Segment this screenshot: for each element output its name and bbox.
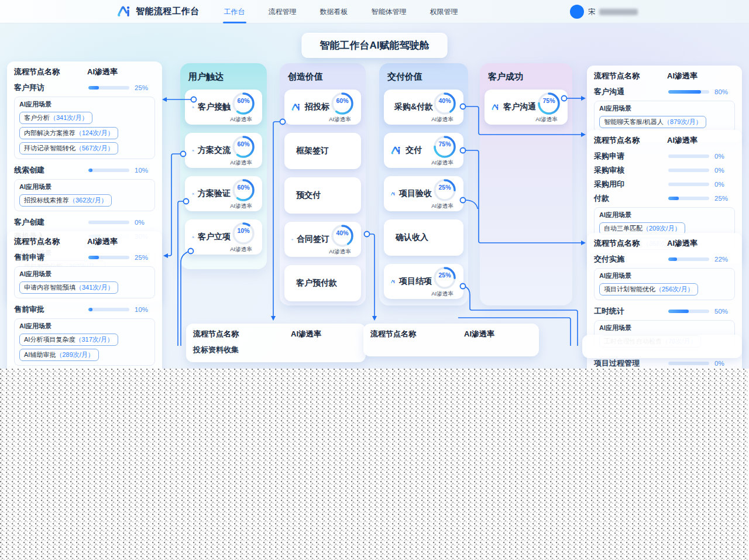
flow-node-card[interactable]: 客户接触60%AI渗透率 xyxy=(185,90,262,125)
penetration-percent: 50% xyxy=(714,308,735,315)
flow-node-card[interactable]: 确认收入 xyxy=(384,219,463,256)
penetration-bar-fill xyxy=(88,86,99,90)
top-nav: 智能流程工作台 工作台流程管理数据看板智能体管理权限管理 宋 xyxy=(0,0,749,23)
nav-item-2[interactable]: 流程管理 xyxy=(260,0,305,23)
ai-logo-icon xyxy=(192,232,194,243)
panel-header-row: 流程节点名称AI渗透率 xyxy=(594,135,735,146)
process-node-row: 采购审核0% xyxy=(594,164,735,177)
penetration-percent: 0% xyxy=(714,181,735,188)
ai-scene-chip-count: （289次/月） xyxy=(56,351,94,358)
flow-node-title: 方案交流 xyxy=(198,145,231,156)
flow-node-card[interactable]: 框架签订 xyxy=(284,133,361,169)
ai-penetration-ring: 60%AI渗透率 xyxy=(231,135,256,166)
ai-scene-label: AI应用场景 xyxy=(19,183,150,191)
penetration-percent: 25% xyxy=(714,195,735,202)
ai-scene-chip-label: 拜访记录智能转化 xyxy=(24,145,75,152)
panel-header-node-name: 流程节点名称 xyxy=(14,67,87,77)
penetration-bar xyxy=(668,183,709,186)
penetration-percent: 10% xyxy=(135,306,155,313)
process-node-row: 售前申请25% xyxy=(14,251,155,264)
flow-column-3: 交付价值采购&付款40%AI渗透率交付75%AI渗透率项目验收25%AI渗透率确… xyxy=(379,63,468,305)
flow-column-title: 客户成功 xyxy=(488,71,569,83)
flow-node-card[interactable]: 项目验收25%AI渗透率 xyxy=(384,176,463,211)
ai-scene-chip-count: （879次/月） xyxy=(664,118,702,125)
flow-node-card[interactable]: 交付75%AI渗透率 xyxy=(384,133,463,168)
panel-header-row: 流程节点名称AI渗透率 xyxy=(14,67,155,77)
penetration-bar xyxy=(88,86,129,90)
flow-node-left: 客户接触 xyxy=(192,102,231,113)
process-node-row: 投标资料收集 xyxy=(193,343,359,356)
penetration-percent: 0% xyxy=(135,219,155,226)
flow-column-4: 客户成功客户沟通75%AI渗透率 xyxy=(480,63,572,305)
panel-header-node-name: 流程节点名称 xyxy=(594,135,667,146)
flow-column-1: 用户触达客户接触60%AI渗透率方案交流60%AI渗透率方案验证60%AI渗透率… xyxy=(180,63,267,269)
ring-percent-value: 60% xyxy=(231,140,256,147)
user-name: 宋 xyxy=(588,7,595,17)
penetration-bar xyxy=(668,90,709,94)
ai-scene-chip-count: （124次/月） xyxy=(75,129,114,136)
process-node-row: 交付实施22% xyxy=(594,253,735,266)
ai-scene-chip: 拜访记录智能转化（567次/月） xyxy=(19,142,118,154)
flow-node-card[interactable]: 项目结项25%AI渗透率 xyxy=(384,264,463,299)
ai-logo-icon xyxy=(192,145,194,156)
ring-percent-value: 25% xyxy=(432,272,458,279)
ring-label: AI渗透率 xyxy=(222,202,260,210)
ai-scene-chip: AI分析项目复杂度（317次/月） xyxy=(19,334,118,346)
ring-percent-value: 60% xyxy=(329,97,355,104)
flow-node-card[interactable]: 客户沟通75%AI渗透率 xyxy=(485,90,568,125)
flow-node-left: 预交付 xyxy=(296,190,356,201)
process-node-name: 客户沟通 xyxy=(594,87,668,97)
app-logo-icon xyxy=(117,4,132,19)
nav-item-5[interactable]: 权限管理 xyxy=(422,0,466,23)
ring-label: AI渗透率 xyxy=(424,290,461,298)
flow-node-card[interactable]: 招投标60%AI渗透率 xyxy=(284,90,361,125)
ai-penetration-ring: 75%AI渗透率 xyxy=(432,135,458,166)
flow-node-title: 采购&付款 xyxy=(394,102,433,112)
panel-header-node-name: 流程节点名称 xyxy=(594,71,667,81)
process-node-name: 售前审批 xyxy=(14,304,88,315)
panel-header-rate: AI渗透率 xyxy=(464,329,532,339)
flow-node-card[interactable]: 合同签订40%AI渗透率 xyxy=(284,222,361,257)
process-node-row: 售前审批10% xyxy=(14,303,155,316)
flow-node-left: 方案交流 xyxy=(192,145,231,156)
nav-item-4[interactable]: 智能体管理 xyxy=(363,0,415,23)
ai-logo-icon xyxy=(291,234,293,245)
nav-item-3[interactable]: 数据看板 xyxy=(312,0,356,23)
ring-percent-value: 25% xyxy=(432,184,458,191)
flow-node-left: 项目结项 xyxy=(391,276,432,287)
flow-node-left: 采购&付款 xyxy=(391,102,432,113)
flow-column-title: 用户触达 xyxy=(188,71,263,83)
ai-scene-box: AI应用场景项目计划智能优化（256次/月） xyxy=(594,268,735,300)
flow-node-left: 方案验证 xyxy=(192,188,231,200)
ai-scene-chip-label: 招投标线索推荐 xyxy=(24,197,69,204)
user-area[interactable]: 宋 xyxy=(570,0,638,23)
ai-logo-icon xyxy=(291,102,301,113)
flow-node-card[interactable]: 方案验证60%AI渗透率 xyxy=(185,176,262,211)
flow-node-card[interactable]: 客户预付款 xyxy=(284,265,361,301)
ai-scene-chips: 客户分析（341次/月）内部解决方案推荐（124次/月）拜访记录智能转化（567… xyxy=(19,112,150,154)
flow-node-title: 客户接触 xyxy=(198,102,231,112)
penetration-percent: 0% xyxy=(714,167,735,174)
ring-label: AI渗透率 xyxy=(321,248,359,256)
flow-node-title: 方案验证 xyxy=(198,188,231,199)
flow-node-card[interactable]: 客户立项10%AI渗透率 xyxy=(185,219,262,255)
flow-node-card[interactable]: 预交付 xyxy=(284,177,361,214)
ring-percent-value: 40% xyxy=(432,97,458,104)
flow-node-title: 预交付 xyxy=(296,190,321,201)
avatar[interactable] xyxy=(570,5,584,19)
page-title: 智能工作台AI赋能驾驶舱 xyxy=(302,33,448,58)
penetration-bar xyxy=(668,310,709,313)
ai-scene-chip: AI辅助审批（289次/月） xyxy=(19,349,99,361)
penetration-bar-fill xyxy=(668,197,679,200)
flow-node-card[interactable]: 采购&付款40%AI渗透率 xyxy=(384,90,463,125)
nav-item-1[interactable]: 工作台 xyxy=(216,0,253,23)
ring-percent-value: 40% xyxy=(329,229,355,236)
flow-node-card[interactable]: 方案交流60%AI渗透率 xyxy=(185,133,262,168)
ai-penetration-ring: 40%AI渗透率 xyxy=(432,92,458,122)
flow-node-title: 项目验收 xyxy=(399,188,432,199)
ai-scene-label: AI应用场景 xyxy=(19,270,150,279)
panel-header-rate: AI渗透率 xyxy=(667,135,735,146)
penetration-percent: 25% xyxy=(135,84,155,91)
ai-logo-icon xyxy=(192,188,194,200)
penetration-bar xyxy=(668,154,709,158)
